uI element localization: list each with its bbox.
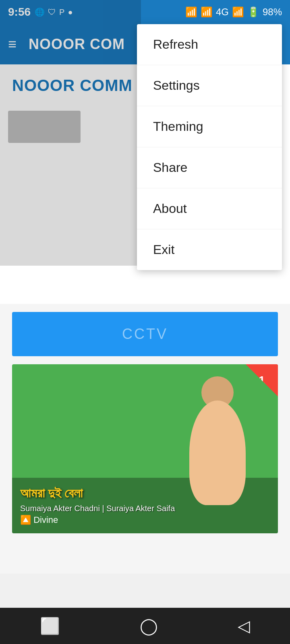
menu-item-theming[interactable]: Theming — [137, 106, 282, 147]
menu-item-refresh[interactable]: Refresh — [137, 24, 282, 65]
dropdown-overlay: Refresh Settings Theming Share About Exi… — [0, 0, 290, 644]
menu-item-settings[interactable]: Settings — [137, 65, 282, 106]
menu-item-about[interactable]: About — [137, 188, 282, 229]
dropdown-menu: Refresh Settings Theming Share About Exi… — [137, 24, 282, 270]
menu-item-exit[interactable]: Exit — [137, 229, 282, 270]
dropdown-dim — [0, 0, 141, 266]
menu-item-share[interactable]: Share — [137, 147, 282, 188]
